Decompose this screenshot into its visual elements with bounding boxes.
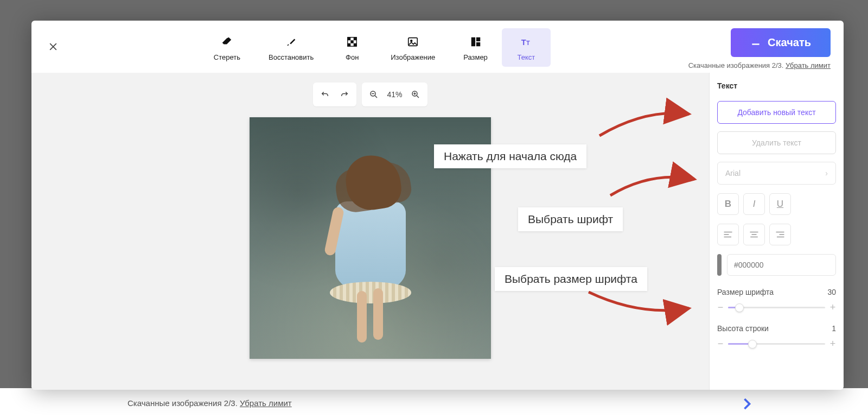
font-name: Arial xyxy=(725,169,741,178)
eraser-icon xyxy=(221,34,233,50)
tool-text[interactable]: TT Текст xyxy=(502,28,551,67)
slider-thumb[interactable] xyxy=(735,303,744,312)
font-size-label: Размер шрифта xyxy=(717,288,774,296)
svg-rect-10 xyxy=(471,37,475,47)
underline-button[interactable]: U xyxy=(769,193,791,215)
tool-label: Стереть xyxy=(214,53,240,61)
svg-line-19 xyxy=(417,96,419,98)
annotation-3: Выбрать размер шрифта xyxy=(495,267,647,291)
text-align-row xyxy=(717,224,836,245)
bg-thumb xyxy=(618,391,700,418)
redo-button[interactable] xyxy=(337,87,352,102)
tool-label: Восстановить xyxy=(269,53,314,61)
line-height-decrease[interactable]: − xyxy=(717,338,724,350)
tool-tabs: Стереть Восстановить Фон Изображение Раз… xyxy=(200,21,551,67)
bg-next-button[interactable] xyxy=(737,394,757,414)
font-size-increase[interactable]: + xyxy=(829,302,836,313)
tool-label: Размер xyxy=(463,53,488,61)
image-icon xyxy=(407,34,419,50)
editor-modal: Стереть Восстановить Фон Изображение Раз… xyxy=(31,21,844,390)
bg-remove-limit-link[interactable]: Убрать лимит xyxy=(240,398,292,408)
line-height-slider: Высота строки 1 − + xyxy=(717,324,836,350)
download-icon xyxy=(750,36,761,49)
line-height-increase[interactable]: + xyxy=(829,338,836,350)
svg-rect-4 xyxy=(354,37,357,41)
editor-body: 41% Текст Добавить новый текст Удалить т… xyxy=(31,73,844,390)
tool-erase[interactable]: Стереть xyxy=(200,28,254,67)
layout-icon xyxy=(470,34,482,50)
line-height-label: Высота строки xyxy=(717,324,769,333)
svg-rect-8 xyxy=(409,38,418,46)
svg-rect-11 xyxy=(476,37,480,41)
checker-icon xyxy=(346,34,358,50)
svg-line-16 xyxy=(375,96,378,98)
panel-title: Текст xyxy=(717,81,836,90)
svg-rect-7 xyxy=(354,43,357,47)
bg-thumb xyxy=(342,391,423,418)
download-info: Скачанные изображения 2/3. Убрать лимит xyxy=(688,61,831,69)
zoom-in-button[interactable] xyxy=(408,87,423,102)
slider-thumb[interactable] xyxy=(748,340,757,349)
align-center-button[interactable] xyxy=(743,224,765,245)
tool-background[interactable]: Фон xyxy=(328,28,376,67)
font-size-value: 30 xyxy=(827,288,836,296)
bold-button[interactable]: B xyxy=(717,193,739,215)
font-select[interactable]: Arial › xyxy=(717,162,836,185)
download-label: Скачать xyxy=(768,36,811,49)
zoom-group: 41% xyxy=(362,83,427,106)
annotation-2: Выбрать шрифт xyxy=(518,207,623,231)
arrow-icon xyxy=(597,98,694,143)
arrow-icon xyxy=(608,163,700,203)
canvas-toolbar: 41% xyxy=(313,83,427,106)
line-height-track[interactable] xyxy=(728,343,825,345)
bg-download-info: Скачанные изображения 2/3. Убрать лимит xyxy=(127,398,292,408)
font-size-track[interactable] xyxy=(728,307,825,308)
tool-label: Изображение xyxy=(391,53,435,61)
italic-button[interactable]: I xyxy=(743,193,765,215)
text-style-row: B I U xyxy=(717,193,836,215)
chevron-right-icon: › xyxy=(825,169,828,178)
tool-label: Фон xyxy=(346,53,359,61)
arrow-icon xyxy=(586,287,694,327)
top-right: Скачать Скачанные изображения 2/3. Убрат… xyxy=(688,21,831,69)
undo-redo-group xyxy=(313,83,356,106)
remove-limit-link[interactable]: Убрать лимит xyxy=(786,61,831,69)
brush-icon xyxy=(285,34,297,50)
svg-rect-12 xyxy=(476,42,480,46)
color-swatch[interactable] xyxy=(717,254,722,276)
align-right-button[interactable] xyxy=(769,224,791,245)
svg-rect-5 xyxy=(351,40,354,43)
top-bar: Стереть Восстановить Фон Изображение Раз… xyxy=(31,21,844,73)
font-size-slider: Размер шрифта 30 − + xyxy=(717,288,836,313)
color-row xyxy=(717,254,836,276)
svg-point-9 xyxy=(411,40,412,42)
undo-button[interactable] xyxy=(317,87,333,102)
tool-size[interactable]: Размер xyxy=(449,28,502,67)
delete-text-button[interactable]: Удалить текст xyxy=(717,131,836,154)
tool-label: Текст xyxy=(517,53,535,61)
tool-restore[interactable]: Восстановить xyxy=(254,28,328,67)
align-left-button[interactable] xyxy=(717,224,739,245)
svg-rect-6 xyxy=(348,43,351,47)
color-input[interactable] xyxy=(727,254,836,276)
close-button[interactable] xyxy=(44,38,62,55)
svg-rect-3 xyxy=(348,37,351,41)
annotation-1: Нажать для начала сюда xyxy=(434,144,586,168)
zoom-level: 41% xyxy=(386,90,403,99)
svg-text:T: T xyxy=(521,38,526,47)
text-panel: Текст Добавить новый текст Удалить текст… xyxy=(709,73,844,390)
bg-thumb xyxy=(434,391,515,418)
zoom-out-button[interactable] xyxy=(366,87,381,102)
add-text-button[interactable]: Добавить новый текст xyxy=(717,101,836,124)
download-button[interactable]: Скачать xyxy=(731,28,831,57)
font-size-decrease[interactable]: − xyxy=(717,302,724,313)
bg-thumb xyxy=(526,391,608,418)
text-icon: TT xyxy=(520,34,532,50)
tool-image[interactable]: Изображение xyxy=(376,28,449,67)
svg-text:T: T xyxy=(526,40,530,46)
line-height-value: 1 xyxy=(832,324,836,333)
